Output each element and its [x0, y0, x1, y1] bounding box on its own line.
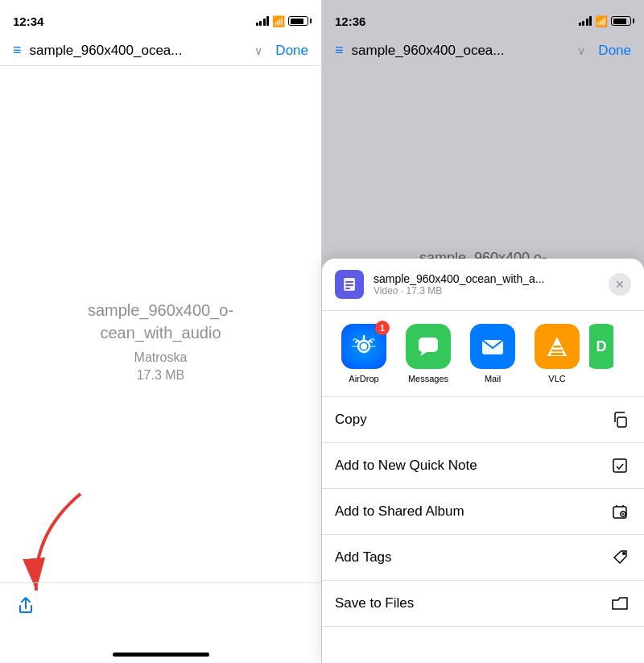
right-nav-bar: ≡ sample_960x400_ocea... ∨ Done [322, 35, 644, 65]
signal-icon [256, 16, 270, 26]
airdrop-icon: 1 [341, 324, 386, 369]
svg-rect-14 [551, 350, 563, 352]
battery-icon [288, 16, 308, 26]
action-shared-album[interactable]: Add to Shared Album [322, 489, 644, 535]
left-status-bar: 12:34 📶 [0, 0, 321, 35]
messages-icon [406, 324, 451, 369]
quick-note-icon [609, 454, 631, 477]
right-nav-title: sample_960x400_ocea... [352, 43, 575, 59]
add-tags-label: Add Tags [335, 549, 609, 566]
save-files-label: Save to Files [335, 595, 609, 611]
svg-point-6 [361, 343, 367, 350]
app-item-mail[interactable]: Mail [460, 324, 525, 383]
app-item-airdrop[interactable]: 1 AirDrop [332, 324, 396, 383]
right-done-button[interactable]: Done [598, 43, 631, 59]
sheet-file-meta: Video · 17.3 MB [374, 285, 609, 296]
shared-album-label: Add to Shared Album [335, 503, 609, 520]
action-copy[interactable]: Copy [322, 397, 644, 443]
action-add-tags[interactable]: Add Tags [322, 535, 644, 581]
right-status-bar: 12:36 📶 [322, 0, 644, 35]
right-time: 12:36 [335, 15, 365, 28]
right-wifi-icon: 📶 [595, 15, 608, 27]
right-list-icon: ≡ [335, 42, 344, 59]
share-sheet: sample_960x400_ocean_with_a... Video · 1… [322, 259, 644, 663]
svg-rect-3 [345, 284, 353, 286]
sheet-file-icon [335, 270, 364, 299]
svg-marker-8 [420, 352, 427, 356]
copy-icon [609, 408, 631, 431]
mail-label: Mail [485, 374, 501, 383]
wifi-icon: 📶 [272, 15, 285, 27]
left-phone: 12:34 📶 ≡ sample_960x400_ocea... ∨ Done … [0, 0, 322, 663]
left-nav-title: sample_960x400_ocea... [30, 43, 252, 59]
preview-area: sample_960x400 o- [322, 65, 644, 275]
sheet-file-name: sample_960x400_ocean_with_a... [374, 272, 609, 285]
action-save-files[interactable]: Save to Files [322, 581, 644, 627]
apps-row: 1 AirDrop Messages [322, 311, 644, 397]
sheet-file-info: sample_960x400_ocean_with_a... Video · 1… [374, 272, 609, 296]
right-phone: 12:36 📶 ≡ sample_960x400_ocea... ∨ Done … [322, 0, 644, 663]
mail-icon [470, 324, 515, 369]
airdrop-badge: 1 [375, 321, 390, 335]
copy-label: Copy [335, 412, 609, 428]
share-button[interactable] [16, 596, 35, 620]
left-file-type: Matroska [88, 350, 233, 365]
left-status-icons: 📶 [256, 15, 309, 27]
svg-point-19 [623, 553, 625, 554]
close-button[interactable]: ✕ [609, 273, 631, 296]
airdrop-label: AirDrop [349, 374, 378, 383]
save-files-icon [609, 592, 631, 615]
left-file-size: 17.3 MB [88, 368, 233, 383]
app-item-vlc[interactable]: VLC [525, 324, 589, 383]
quick-note-label: Add to New Quick Note [335, 458, 609, 474]
sheet-file-header: sample_960x400_ocean_with_a... Video · 1… [322, 259, 644, 311]
shared-album-icon [609, 500, 631, 523]
list-icon: ≡ [13, 42, 22, 59]
messages-label: Messages [408, 374, 448, 383]
right-battery-icon [611, 16, 631, 26]
add-tags-icon [609, 546, 631, 569]
left-file-name: sample_960x400_o-cean_with_audio [88, 299, 233, 344]
chevron-down-icon: ∨ [254, 44, 262, 57]
app-item-messages[interactable]: Messages [396, 324, 460, 383]
actions-list: Copy Add to New Quick Note [322, 397, 644, 663]
vlc-icon [535, 324, 580, 369]
left-time: 12:34 [13, 15, 43, 28]
svg-rect-7 [419, 338, 438, 352]
home-indicator [113, 653, 209, 657]
right-chevron-icon: ∨ [577, 44, 585, 57]
file-info-block: sample_960x400_o-cean_with_audio Matrosk… [88, 299, 233, 383]
partial-app-icon: D [589, 324, 613, 369]
svg-rect-15 [617, 417, 626, 427]
svg-rect-2 [345, 281, 353, 283]
right-status-icons: 📶 [579, 15, 632, 27]
action-quick-note[interactable]: Add to New Quick Note [322, 443, 644, 489]
svg-rect-4 [345, 288, 350, 289]
right-signal-icon [579, 16, 592, 26]
vlc-label: VLC [548, 374, 565, 383]
left-bottom-bar [0, 582, 321, 663]
left-nav-bar: ≡ sample_960x400_ocea... ∨ Done [0, 35, 321, 66]
app-item-partial[interactable]: D [589, 324, 613, 383]
left-done-button[interactable]: Done [275, 43, 308, 59]
svg-rect-16 [613, 459, 626, 472]
